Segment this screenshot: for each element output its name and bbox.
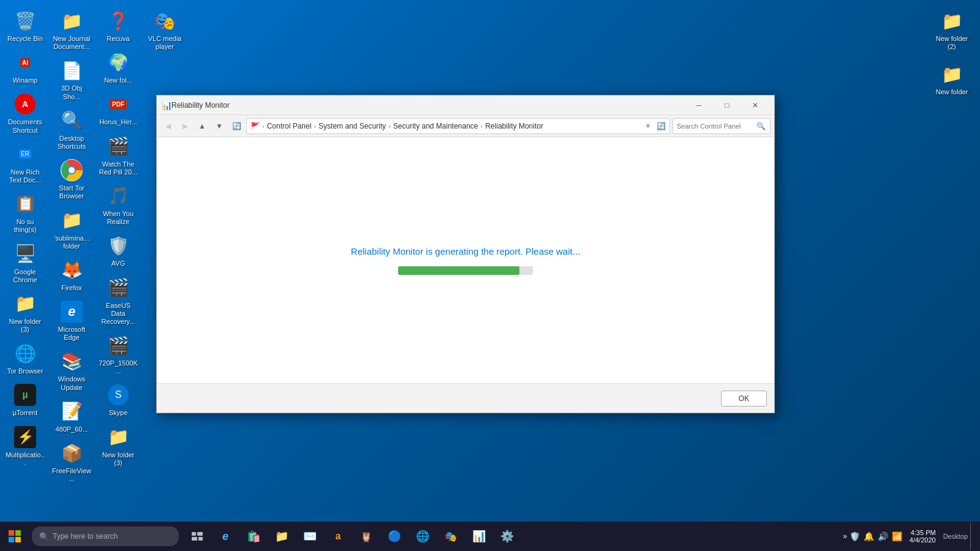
window-content: Reliability Monitor is generating the re…: [157, 137, 774, 383]
taskbar-search-input[interactable]: [53, 532, 169, 541]
taskbar-right: » 🛡️ 🔔 🔊 📶 4:35 PM 4/4/2020 Desktop: [843, 523, 980, 550]
svg-rect-7: [192, 532, 196, 536]
icon-3d-obj-label: FreeFileView...: [52, 467, 91, 483]
taskbar-antivirus-icon: 🛡️: [850, 531, 860, 541]
taskbar-network-icon[interactable]: 📶: [892, 531, 902, 541]
icon-windows-update[interactable]: 🛡️ AVG: [96, 231, 140, 270]
back-button[interactable]: ◀: [160, 119, 175, 133]
taskbar-desktop-label: Desktop: [943, 533, 968, 540]
recent-button[interactable]: ▼: [212, 119, 227, 133]
icon-firefox-label: Firefox: [61, 284, 82, 292]
icon-avg[interactable]: A Documents Shortcut: [3, 89, 47, 137]
icon-ms-edge[interactable]: e Microsoft Edge: [50, 297, 94, 344]
icon-no-such-label: Recuva: [107, 35, 129, 43]
taskbar-notification-icon[interactable]: 🔔: [864, 531, 874, 541]
taskbar-store[interactable]: 🛍️: [240, 523, 267, 550]
icon-vlc[interactable]: 🎭 VLC media player: [143, 6, 187, 53]
taskbar-extra4[interactable]: ⚙️: [494, 523, 521, 550]
close-button[interactable]: ✕: [741, 96, 769, 115]
icon-google-chrome[interactable]: Start Tor Browser: [50, 156, 94, 203]
icon-new-journal[interactable]: 📝 480P_60...: [50, 397, 94, 436]
taskbar-extra3[interactable]: 📊: [466, 523, 492, 550]
icon-start-tor-label: New fol...: [104, 77, 132, 84]
taskbar-amazon[interactable]: a: [325, 523, 352, 550]
breadcrumb-security-maintenance: Security and Maintenance: [393, 122, 478, 130]
taskbar-file-explorer[interactable]: 📁: [268, 523, 295, 550]
icon-windows-update-label: AVG: [111, 260, 125, 268]
windows-logo: [9, 530, 21, 542]
taskbar-volume-icon[interactable]: 🔊: [878, 531, 888, 541]
taskbar-task-view[interactable]: [184, 523, 211, 550]
window-titlebar: 📊 Reliability Monitor ─ □ ✕: [157, 96, 774, 115]
search-box[interactable]: 🔍: [673, 118, 771, 134]
icon-recycle-bin[interactable]: 🗑️ Recycle Bin: [3, 6, 47, 45]
breadcrumb-reliability-monitor: Reliability Monitor: [485, 122, 543, 130]
icon-subliminal-label: 'sublimina... folder: [52, 234, 91, 250]
icon-watch-red-pill[interactable]: 🎬 Watch The Red Pill 20...: [96, 132, 140, 179]
icon-recuva[interactable]: 🔍 Desktop Shortcuts: [50, 106, 94, 153]
taskbar-mail[interactable]: ✉️: [296, 523, 323, 550]
icon-utorrent[interactable]: µ µTorrent: [3, 380, 47, 419]
icon-new-folder-desktop3-label: New folder (3): [99, 451, 138, 467]
icon-watch-red-pill-label: Watch The Red Pill 20...: [99, 160, 138, 176]
icon-subliminal[interactable]: 📁 'sublimina... folder: [50, 206, 94, 253]
taskbar-overflow[interactable]: »: [843, 532, 847, 541]
icon-winamp-label: Multiplicatio...: [6, 451, 45, 467]
icon-horus-label: Horus_Her...: [99, 118, 137, 126]
maximize-button[interactable]: □: [713, 96, 741, 115]
taskbar: 🔍 e 🛍️ 📁 ✉️ a 🦉: [0, 522, 980, 551]
forward-button[interactable]: ▶: [178, 119, 192, 133]
taskbar-tripadvisor[interactable]: 🦉: [353, 523, 380, 550]
icon-tor-browser[interactable]: 🌐 Tor Browser: [3, 339, 47, 378]
start-button[interactable]: [0, 522, 29, 551]
window-title: Reliability Monitor: [172, 101, 685, 110]
taskbar-clock[interactable]: 4:35 PM 4/4/2020: [905, 529, 941, 544]
icon-documents-shortcut[interactable]: 📁 New Journal Document...: [50, 6, 94, 53]
up-button[interactable]: ▲: [195, 119, 209, 133]
taskbar-search-icon: 🔍: [39, 532, 49, 541]
window-controls: ─ □ ✕: [685, 96, 769, 115]
icon-new-folder-right1[interactable]: 📁 New folder (2): [930, 6, 974, 53]
icon-new-folder3[interactable]: 📁 New folder (3): [3, 289, 47, 336]
icon-desktop-shortcuts[interactable]: 🖥️ Google Chrome: [3, 239, 47, 287]
taskbar-search[interactable]: 🔍: [32, 527, 179, 546]
icon-new-folder3-label: New folder (3): [6, 318, 45, 334]
icon-480p[interactable]: 🎬 EaseUS Data Recovery...: [96, 273, 140, 329]
icon-tor-browser-label: Tor Browser: [7, 367, 43, 375]
icon-freefileview[interactable]: 📋 No su thing(s): [3, 189, 47, 236]
minimize-button[interactable]: ─: [685, 96, 713, 115]
icon-multiplication[interactable]: 📚 Windows Update: [50, 347, 94, 394]
taskbar-edge[interactable]: e: [212, 523, 239, 550]
icon-when-you-realize[interactable]: 🎵 When You Realize: [96, 181, 140, 228]
icon-firefox[interactable]: 🦊 Firefox: [50, 255, 94, 294]
icon-no-such[interactable]: ❓ Recuva: [96, 6, 140, 45]
icon-winamp[interactable]: ⚡ Multiplicatio...: [3, 422, 47, 470]
search-input[interactable]: [677, 122, 756, 130]
ok-button[interactable]: OK: [721, 391, 767, 407]
icon-documents-shortcut-label: New Journal Document...: [52, 35, 91, 51]
refresh-button[interactable]: 🔄: [229, 119, 244, 133]
icon-720p[interactable]: 🎬 720P_1500K...: [96, 331, 140, 378]
icon-acrobat[interactable]: Ai Winamp: [3, 48, 47, 87]
svg-rect-9: [192, 537, 197, 541]
reliability-monitor-window: 📊 Reliability Monitor ─ □ ✕ ◀ ▶ ▲ ▼ 🔄 🚩 …: [156, 95, 775, 413]
icon-recuva-label: Desktop Shortcuts: [52, 135, 91, 151]
address-bar[interactable]: 🚩 › Control Panel › System and Security …: [246, 118, 670, 134]
icon-new-folder-right2-label: New folder: [936, 88, 968, 96]
icon-new-folder-desktop3[interactable]: 📁 New folder (3): [96, 422, 140, 470]
taskbar-extra1[interactable]: 🔵: [381, 523, 408, 550]
icon-new-rich-text[interactable]: 📄 3D Obj Sho...: [50, 56, 94, 103]
icon-easeus[interactable]: ER New Rich Text Doc...: [3, 140, 47, 187]
icon-horus[interactable]: PDF Horus_Her...: [96, 89, 140, 129]
taskbar-extra2[interactable]: 🌐: [409, 523, 436, 550]
taskbar-vlc[interactable]: 🎭: [437, 523, 464, 550]
icon-skype[interactable]: S Skype: [96, 380, 140, 419]
svg-point-2: [69, 167, 75, 173]
icon-multiplication-label: Windows Update: [52, 375, 91, 391]
icon-freefileview-label: No su thing(s): [6, 218, 45, 234]
icon-start-tor[interactable]: 🌍 New fol...: [96, 48, 140, 87]
show-desktop-button[interactable]: [970, 523, 975, 550]
icon-new-folder-right2[interactable]: 📁 New folder: [930, 59, 974, 99]
icon-3d-obj[interactable]: 📦 FreeFileView...: [50, 438, 94, 485]
svg-rect-8: [197, 532, 203, 536]
